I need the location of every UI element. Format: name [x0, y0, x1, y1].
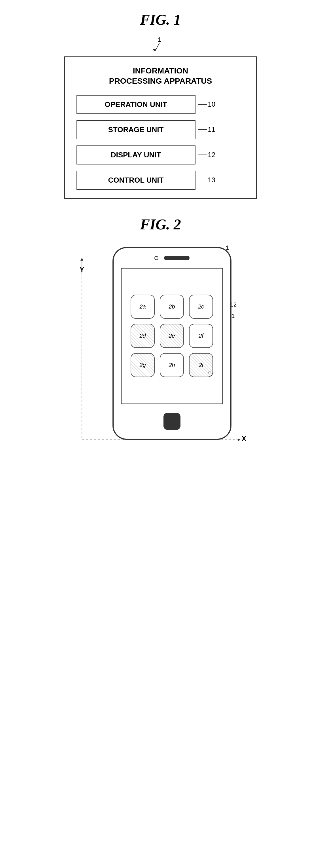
phone-camera-dot: [154, 256, 158, 260]
hand-pointer-icon: ☞: [206, 368, 215, 379]
unit-row-0: OPERATION UNIT 10: [76, 95, 245, 114]
apparatus-container: INFORMATION PROCESSING APPARATUS OPERATI…: [64, 56, 257, 199]
fig1-title: FIG. 1: [140, 11, 181, 28]
svg-line-1: [155, 43, 160, 51]
icon-2h[interactable]: 2h: [160, 353, 184, 377]
connector-0: 10: [198, 100, 216, 108]
svg-marker-8: [81, 258, 83, 260]
phone-bottom: [114, 404, 230, 439]
svg-text:X: X: [242, 435, 246, 442]
connector-1: 11: [198, 126, 216, 133]
unit-box-storage: STORAGE UNIT: [76, 120, 195, 139]
unit-number-3: 13: [208, 176, 216, 184]
icon-2i[interactable]: 2i ☞: [189, 353, 213, 377]
unit-row-1: STORAGE UNIT 11: [76, 120, 245, 139]
icon-2d[interactable]: 2d: [131, 324, 155, 348]
phone-speaker: [164, 256, 190, 260]
unit-box-operation: OPERATION UNIT: [76, 95, 195, 114]
unit-number-0: 10: [208, 100, 216, 108]
unit-number-2: 12: [208, 151, 216, 159]
svg-text:1: 1: [158, 37, 161, 43]
fig1-ref-arrow: 1: [64, 37, 257, 54]
phone-outer: 2a 2b 2c 2d 2e: [113, 247, 231, 440]
icon-2f[interactable]: 2f: [189, 324, 213, 348]
fig2-wrapper: 1 Y X 10,12 121: [64, 241, 257, 440]
connector-line-3: [198, 180, 207, 180]
connector-3: 13: [198, 176, 216, 184]
fig1-arrow-container: 1: [64, 37, 257, 54]
icon-2g[interactable]: 2g: [131, 353, 155, 377]
svg-marker-12: [238, 438, 240, 441]
connector-line-0: [198, 104, 207, 105]
unit-row-2: DISPLAY UNIT 12: [76, 146, 245, 164]
unit-box-display: DISPLAY UNIT: [76, 146, 195, 164]
icon-grid: 2a 2b 2c 2d 2e: [125, 289, 219, 383]
fig2-section: FIG. 2 1 Y X 10,12 121: [0, 199, 321, 440]
phone-screen: 2a 2b 2c 2d 2e: [121, 268, 223, 404]
fig2-title: FIG. 2: [140, 216, 181, 233]
connector-2: 12: [198, 151, 216, 159]
icon-2b[interactable]: 2b: [160, 294, 184, 319]
connector-line-1: [198, 129, 207, 130]
icon-2a[interactable]: 2a: [131, 294, 155, 319]
apparatus-label: INFORMATION PROCESSING APPARATUS: [76, 66, 245, 87]
phone-device: 2a 2b 2c 2d 2e: [113, 247, 231, 440]
connector-line-2: [198, 155, 207, 155]
unit-box-control: CONTROL UNIT: [76, 171, 195, 190]
fig1-section: FIG. 1 1 INFORMATION PROCESSING APPARATU…: [0, 0, 321, 199]
icon-2c[interactable]: 2c: [189, 294, 213, 319]
unit-number-1: 11: [208, 126, 216, 133]
unit-row-3: CONTROL UNIT 13: [76, 171, 245, 190]
icon-2e[interactable]: 2e: [160, 324, 184, 348]
home-button[interactable]: [163, 413, 181, 430]
phone-top-bar: [114, 248, 230, 268]
svg-text:Y: Y: [79, 266, 84, 273]
